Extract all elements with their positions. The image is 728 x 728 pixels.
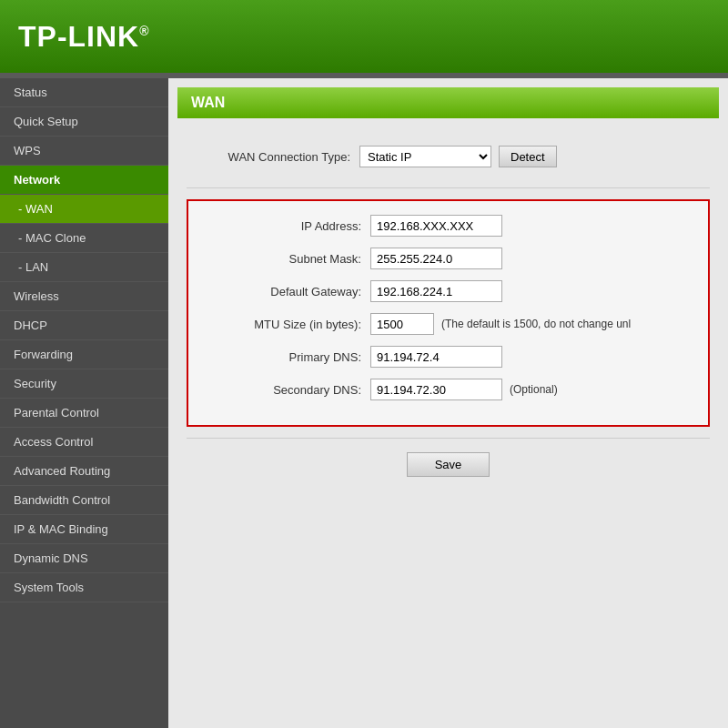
secondary-dns-label: Secondary DNS: [197,383,361,397]
sidebar: Status Quick Setup WPS Network - WAN - M… [0,78,168,728]
header: TP-LINK® [0,0,728,73]
ip-address-input[interactable] [370,215,502,237]
sidebar-item-security[interactable]: Security [0,369,168,399]
sidebar-item-mac-clone[interactable]: - MAC Clone [0,224,168,253]
divider-2 [187,438,710,439]
detect-button[interactable]: Detect [499,146,557,167]
sidebar-item-advanced-routing[interactable]: Advanced Routing [0,457,168,486]
subnet-mask-row: Subnet Mask: [197,248,699,269]
sidebar-item-wan[interactable]: - WAN [0,195,168,224]
wan-title-bar: WAN [177,87,719,118]
sidebar-item-quick-setup[interactable]: Quick Setup [0,107,168,136]
sidebar-item-ip-mac-binding[interactable]: IP & MAC Binding [0,515,168,544]
default-gateway-label: Default Gateway: [197,285,361,298]
sidebar-item-wps[interactable]: WPS [0,136,168,166]
page-title: WAN [191,95,225,110]
ip-address-label: IP Address: [197,219,361,233]
sidebar-item-dhcp[interactable]: DHCP [0,311,168,340]
connection-type-select[interactable]: Static IP Dynamic IP PPPoE L2TP PPTP [359,146,491,167]
primary-dns-input[interactable] [370,346,502,368]
sidebar-item-bandwidth-control[interactable]: Bandwidth Control [0,486,168,515]
connection-type-label: WAN Connection Type: [187,150,350,164]
secondary-dns-input[interactable] [370,379,502,400]
content-area: WAN Connection Type: Static IP Dynamic I… [168,127,728,486]
sidebar-item-lan[interactable]: - LAN [0,253,168,282]
divider-1 [187,187,710,188]
sidebar-item-dynamic-dns[interactable]: Dynamic DNS [0,544,168,573]
sidebar-item-parental-control[interactable]: Parental Control [0,399,168,428]
main-content: WAN WAN Connection Type: Static IP Dynam… [168,78,728,728]
subnet-mask-label: Subnet Mask: [197,252,361,266]
primary-dns-label: Primary DNS: [197,350,361,364]
save-button[interactable]: Save [407,452,490,477]
ip-address-row: IP Address: [197,215,699,237]
mtu-note: (The default is 1500, do not change unl [441,318,631,330]
default-gateway-input[interactable] [370,280,502,302]
secondary-dns-row: Secondary DNS: (Optional) [197,379,699,400]
sidebar-item-access-control[interactable]: Access Control [0,428,168,457]
mtu-input[interactable] [370,313,434,335]
primary-dns-row: Primary DNS: [197,346,699,368]
connection-type-row: WAN Connection Type: Static IP Dynamic I… [187,136,710,177]
logo: TP-LINK® [18,20,150,54]
sidebar-item-wireless[interactable]: Wireless [0,282,168,311]
subnet-mask-input[interactable] [370,248,502,269]
static-ip-settings-box: IP Address: Subnet Mask: Default Gateway… [187,199,710,427]
optional-label: (Optional) [510,383,558,396]
mtu-row: MTU Size (in bytes): (The default is 150… [197,313,699,335]
main-layout: Status Quick Setup WPS Network - WAN - M… [0,78,728,728]
sidebar-item-system-tools[interactable]: System Tools [0,573,168,602]
save-area: Save [187,452,710,477]
sidebar-item-status[interactable]: Status [0,78,168,107]
default-gateway-row: Default Gateway: [197,280,699,302]
sidebar-item-forwarding[interactable]: Forwarding [0,340,168,369]
sidebar-item-network[interactable]: Network [0,166,168,195]
mtu-label: MTU Size (in bytes): [197,318,361,331]
